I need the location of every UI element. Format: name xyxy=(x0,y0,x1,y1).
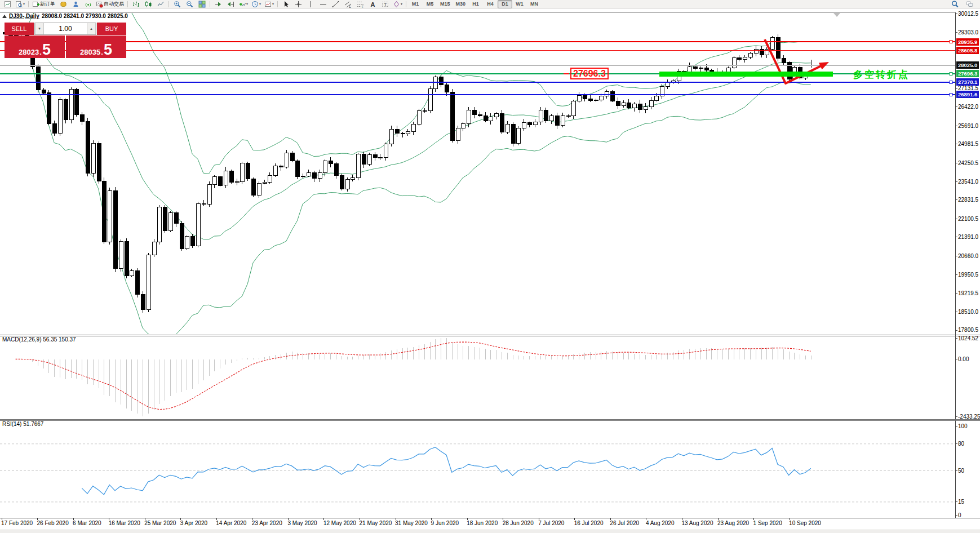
horizontal-levels[interactable] xyxy=(0,41,955,96)
candle xyxy=(610,92,614,101)
toolbar-separator xyxy=(406,1,406,7)
date-axis-label: 10 Sep 2020 xyxy=(789,520,821,526)
chat-button[interactable] xyxy=(963,0,975,8)
candle xyxy=(91,143,95,174)
search-button[interactable] xyxy=(948,0,961,8)
candle xyxy=(527,123,531,125)
chart-shift-icon xyxy=(227,1,234,8)
timeframe-button-M30[interactable]: M30 xyxy=(453,0,469,8)
line-handle[interactable] xyxy=(950,73,952,75)
sell-button[interactable]: SELL xyxy=(5,23,34,35)
trend-arrow-annotation[interactable] xyxy=(765,39,831,83)
timeframe-button-H1[interactable]: H1 xyxy=(468,0,483,8)
vertical-line-button[interactable] xyxy=(304,0,317,8)
candle xyxy=(732,58,736,68)
indicators-button[interactable]: ▾ xyxy=(237,0,250,8)
date-axis-label: 21 May 2020 xyxy=(360,520,392,526)
tile-windows-button[interactable] xyxy=(196,0,208,8)
market-watch-button[interactable] xyxy=(57,0,69,8)
cursor-button[interactable] xyxy=(280,0,292,8)
chart-shift-button[interactable] xyxy=(224,0,237,8)
timeframe-button-M15[interactable]: M15 xyxy=(437,0,453,8)
timeframe-button-M1[interactable]: M1 xyxy=(408,0,423,8)
candle xyxy=(251,179,255,195)
candle xyxy=(312,172,316,178)
timeframe-button-MN[interactable]: MN xyxy=(527,0,542,8)
label-button[interactable]: T xyxy=(379,0,391,8)
candle xyxy=(456,128,460,140)
navigator-button[interactable] xyxy=(82,0,94,8)
volume-input[interactable]: 1.00 xyxy=(44,23,87,34)
line-handle[interactable] xyxy=(950,94,952,96)
toolbar: ▾新订单自动交易▾▾▾EFAT▾M1M5M15M30H1H4D1W1MN xyxy=(0,0,980,8)
buy-button[interactable]: BUY xyxy=(97,23,126,35)
candle xyxy=(566,116,570,116)
date-axis-label: 31 May 2020 xyxy=(395,520,428,526)
candle xyxy=(373,155,377,158)
new-order-label: 新订单 xyxy=(40,1,55,8)
bollinger-upper-line xyxy=(16,0,811,174)
candle xyxy=(295,161,299,177)
text-button[interactable]: A xyxy=(366,0,379,8)
one-click-toggle-icon[interactable] xyxy=(2,15,7,18)
autotrading-label: 自动交易 xyxy=(104,1,124,8)
rsi-axis-label: 0 xyxy=(958,512,961,518)
chart-line-button[interactable] xyxy=(154,0,167,8)
price-axis-label: 26422.0 xyxy=(958,104,978,110)
candle xyxy=(224,171,228,185)
volume-field: ▼ 1.00 ▲ xyxy=(34,23,96,35)
turning-point-note[interactable]: 多空转折点 xyxy=(853,68,910,81)
timeframe-button-W1[interactable]: W1 xyxy=(512,0,527,8)
line-handle[interactable] xyxy=(950,81,952,84)
line-handle[interactable] xyxy=(950,41,952,43)
price-axis-label: 23541.0 xyxy=(958,179,978,185)
buy-price-box[interactable]: 28035.5 xyxy=(66,35,126,58)
chart-shift-marker[interactable] xyxy=(833,13,840,17)
sell-price-box[interactable]: 28023.5 xyxy=(5,35,65,58)
market-watch-icon xyxy=(60,1,67,8)
candle xyxy=(484,116,487,121)
fibonacci-button[interactable]: F xyxy=(354,0,366,8)
toolbar-separator xyxy=(28,1,29,7)
volume-increase-button[interactable]: ▲ xyxy=(87,23,96,34)
candle xyxy=(279,166,283,167)
new-chart-button[interactable] xyxy=(1,0,14,8)
price-axis-label: 29303.0 xyxy=(958,29,978,35)
timeframe-button-M5[interactable]: M5 xyxy=(423,0,437,8)
timeframe-button-H4[interactable]: H4 xyxy=(483,0,498,8)
candle xyxy=(644,106,648,109)
candle xyxy=(737,58,741,60)
channel-button[interactable]: E xyxy=(342,0,354,8)
data-window-button[interactable] xyxy=(69,0,82,8)
horizontal-line-button[interactable] xyxy=(317,0,329,8)
chevron-down-icon: ▾ xyxy=(259,2,261,6)
candle xyxy=(445,85,449,92)
indicators-icon xyxy=(238,1,246,8)
zoom-in-button[interactable] xyxy=(171,0,183,8)
price-callout-label[interactable]: 27696.3 xyxy=(570,68,609,79)
support-zone-bar[interactable] xyxy=(659,72,833,77)
zoom-out-button[interactable] xyxy=(183,0,196,8)
periods-button[interactable]: ▾ xyxy=(250,0,263,8)
timeframe-button-D1[interactable]: D1 xyxy=(498,0,512,8)
candle xyxy=(108,190,112,242)
buy-price-dot: . xyxy=(101,48,103,56)
templates-button[interactable]: ▾ xyxy=(263,0,276,8)
date-axis-label: 23 Aug 2020 xyxy=(717,520,749,526)
candle xyxy=(229,171,233,183)
chart-bars-icon xyxy=(132,1,140,8)
shapes-button[interactable]: ▾ xyxy=(391,0,404,8)
chart-candles-button[interactable] xyxy=(142,0,154,8)
new-order-button[interactable]: 新订单 xyxy=(30,0,57,8)
price-axis-label: 24981.5 xyxy=(958,141,978,147)
volume-decrease-button[interactable]: ▼ xyxy=(35,23,44,34)
auto-scroll-button[interactable] xyxy=(212,0,224,8)
crosshair-button[interactable] xyxy=(292,0,304,8)
chevron-down-icon: ▾ xyxy=(272,2,274,6)
candle xyxy=(594,100,598,101)
autotrading-button[interactable]: 自动交易 xyxy=(94,0,126,8)
main-chart-canvas[interactable] xyxy=(0,0,980,533)
profiles-button[interactable]: ▾ xyxy=(14,0,26,8)
chart-bars-button[interactable] xyxy=(130,0,142,8)
trendline-button[interactable] xyxy=(329,0,342,8)
